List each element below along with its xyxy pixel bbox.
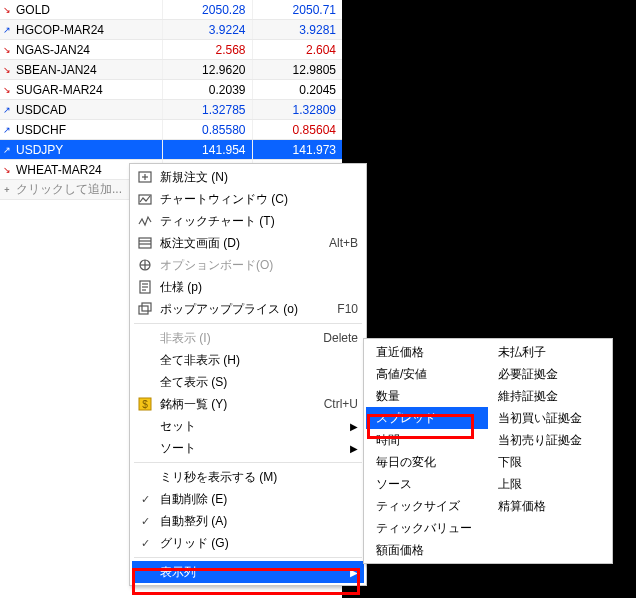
menu-item[interactable]: セット▶ — [132, 415, 364, 437]
bid-cell: 1.32785 — [162, 100, 252, 120]
blank-icon — [136, 373, 154, 391]
submenu-item[interactable]: 数量 — [366, 385, 488, 407]
bid-cell: 0.2039 — [162, 80, 252, 100]
menu-item-label: 銘柄一覧 (Y) — [160, 396, 316, 413]
submenu-item[interactable]: 未払利子 — [488, 341, 610, 363]
trend-arrow-icon: ↗ — [0, 140, 14, 160]
menu-item-label: チャートウィンドウ (C) — [160, 191, 358, 208]
menu-item[interactable]: ティックチャート (T) — [132, 210, 364, 232]
bid-cell: 3.9224 — [162, 20, 252, 40]
submenu-item-label: ティックサイズ — [376, 498, 482, 515]
columns-submenu[interactable]: 直近価格高値/安値数量スプレッド時間毎日の変化ソースティックサイズティックバリュ… — [363, 338, 613, 564]
check-icon — [136, 490, 154, 508]
context-menu[interactable]: 新規注文 (N)チャートウィンドウ (C)ティックチャート (T)板注文画面 (… — [129, 163, 367, 586]
table-row[interactable]: ↗USDCHF0.855800.85604 — [0, 120, 342, 140]
menu-item-shortcut: F10 — [337, 302, 358, 316]
submenu-item[interactable]: ソース — [366, 473, 488, 495]
submenu-item[interactable]: 当初買い証拠金 — [488, 407, 610, 429]
menu-item-label: ティックチャート (T) — [160, 213, 358, 230]
ask-cell: 3.9281 — [252, 20, 342, 40]
check-icon — [136, 534, 154, 552]
menu-item[interactable]: グリッド (G) — [132, 532, 364, 554]
menu-item-label: 新規注文 (N) — [160, 169, 358, 186]
svg-rect-15 — [142, 303, 151, 311]
table-row[interactable]: ↘NGAS-JAN242.5682.604 — [0, 40, 342, 60]
menu-item: オプションボード(O) — [132, 254, 364, 276]
table-row[interactable]: ↘GOLD2050.282050.71 — [0, 0, 342, 20]
menu-item-label: ポップアッププライス (o) — [160, 301, 329, 318]
submenu-item[interactable]: 時間 — [366, 429, 488, 451]
option-board-icon — [136, 256, 154, 274]
menu-item-label: 自動整列 (A) — [160, 513, 358, 530]
submenu-item[interactable]: 当初売り証拠金 — [488, 429, 610, 451]
submenu-item-label: 下限 — [498, 454, 604, 471]
submenu-item-label: 数量 — [376, 388, 482, 405]
table-row[interactable]: ↗USDJPY141.954141.973 — [0, 140, 342, 160]
menu-item[interactable]: ミリ秒を表示する (M) — [132, 466, 364, 488]
symbol-cell: SBEAN-JAN24 — [14, 60, 162, 80]
table-row[interactable]: ↗USDCAD1.327851.32809 — [0, 100, 342, 120]
menu-item[interactable]: 板注文画面 (D)Alt+B — [132, 232, 364, 254]
menu-item-label: セット — [160, 418, 358, 435]
tick-chart-icon — [136, 212, 154, 230]
menu-item[interactable]: 全て非表示 (H) — [132, 349, 364, 371]
submenu-item[interactable]: 上限 — [488, 473, 610, 495]
submenu-item[interactable]: 維持証拠金 — [488, 385, 610, 407]
submenu-item-label: 毎日の変化 — [376, 454, 482, 471]
ask-cell: 12.9805 — [252, 60, 342, 80]
bid-cell: 141.954 — [162, 140, 252, 160]
svg-rect-14 — [139, 306, 148, 314]
menu-item[interactable]: 自動整列 (A) — [132, 510, 364, 532]
submenu-item[interactable]: 下限 — [488, 451, 610, 473]
menu-item: 非表示 (I)Delete — [132, 327, 364, 349]
menu-item[interactable]: ソート▶ — [132, 437, 364, 459]
trend-arrow-icon: ↘ — [0, 160, 14, 180]
submenu-item-label: 未払利子 — [498, 344, 604, 361]
svg-rect-4 — [139, 238, 151, 248]
submenu-item[interactable]: ティックバリュー — [366, 517, 488, 539]
menu-item[interactable]: 仕様 (p) — [132, 276, 364, 298]
symbol-cell: SUGAR-MAR24 — [14, 80, 162, 100]
menu-item[interactable]: チャートウィンドウ (C) — [132, 188, 364, 210]
submenu-item-label: ソース — [376, 476, 482, 493]
menu-item[interactable]: 新規注文 (N) — [132, 166, 364, 188]
check-icon — [136, 512, 154, 530]
menu-item[interactable]: 自動削除 (E) — [132, 488, 364, 510]
submenu-item-label: 上限 — [498, 476, 604, 493]
ask-cell: 2.604 — [252, 40, 342, 60]
symbol-cell: USDCAD — [14, 100, 162, 120]
submenu-item[interactable]: 直近価格 — [366, 341, 488, 363]
ask-cell: 2050.71 — [252, 0, 342, 20]
symbol-cell: NGAS-JAN24 — [14, 40, 162, 60]
bid-cell: 2.568 — [162, 40, 252, 60]
submenu-item[interactable]: 必要証拠金 — [488, 363, 610, 385]
menu-item[interactable]: 表示列▶ — [132, 561, 364, 583]
submenu-item[interactable]: 精算価格 — [488, 495, 610, 517]
menu-item[interactable]: ポップアッププライス (o)F10 — [132, 298, 364, 320]
menu-item[interactable]: 全て表示 (S) — [132, 371, 364, 393]
ask-cell: 0.2045 — [252, 80, 342, 100]
trend-arrow-icon: ↗ — [0, 120, 14, 140]
menu-item-label: 表示列 — [160, 564, 358, 581]
symbol-cell: USDCHF — [14, 120, 162, 140]
submenu-item[interactable]: ティックサイズ — [366, 495, 488, 517]
submenu-item-label: 維持証拠金 — [498, 388, 604, 405]
submenu-item[interactable]: 毎日の変化 — [366, 451, 488, 473]
ask-cell: 1.32809 — [252, 100, 342, 120]
blank-icon — [136, 439, 154, 457]
bid-cell: 2050.28 — [162, 0, 252, 20]
menu-item-label: 板注文画面 (D) — [160, 235, 321, 252]
table-row[interactable]: ↘SBEAN-JAN2412.962012.9805 — [0, 60, 342, 80]
submenu-item-label: スプレッド — [376, 410, 482, 427]
table-row[interactable]: ↗HGCOP-MAR243.92243.9281 — [0, 20, 342, 40]
ask-cell: 141.973 — [252, 140, 342, 160]
trend-arrow-icon: ↗ — [0, 100, 14, 120]
submenu-item[interactable]: 高値/安値 — [366, 363, 488, 385]
menu-item[interactable]: $銘柄一覧 (Y)Ctrl+U — [132, 393, 364, 415]
submenu-item[interactable]: スプレッド — [366, 407, 488, 429]
submenu-item[interactable]: 額面価格 — [366, 539, 488, 561]
table-row[interactable]: ↘SUGAR-MAR240.20390.2045 — [0, 80, 342, 100]
blank-icon — [136, 417, 154, 435]
popup-icon — [136, 300, 154, 318]
blank-icon — [136, 468, 154, 486]
